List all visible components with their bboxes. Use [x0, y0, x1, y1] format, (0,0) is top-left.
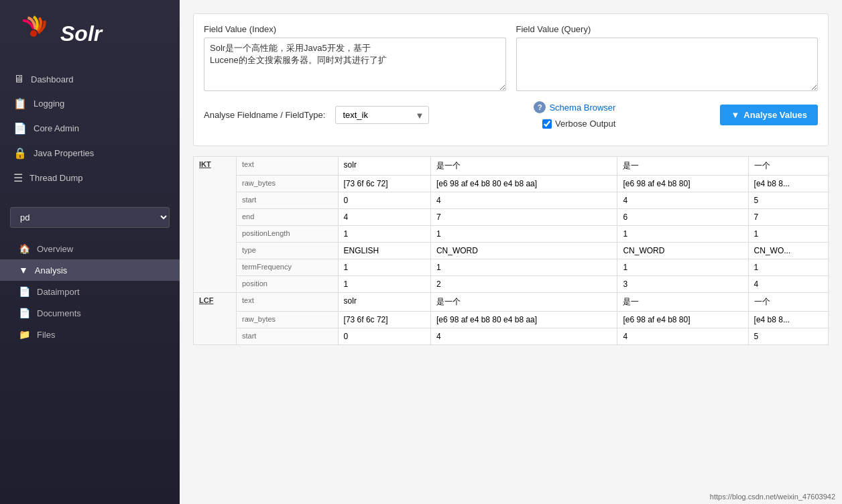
fieldtype-select[interactable]: text_ik	[335, 106, 429, 124]
prop-text-ikt: text	[236, 157, 338, 176]
cell-ikt-position-col4: 4	[748, 276, 828, 293]
cell-lcf-rawbytes-col3: [e6 98 af e4 b8 80]	[617, 312, 748, 328]
main-nav: 🖥 Dashboard 📋 Logging 📄 Core Admin 🔒 Jav…	[0, 60, 180, 197]
field-query-textarea[interactable]	[516, 38, 819, 91]
cell-ikt-rawbytes-col3: [e6 98 af e4 b8 80]	[617, 176, 748, 192]
sidebar-item-core-admin[interactable]: 📄 Core Admin	[0, 116, 180, 141]
sub-nav: 🏠 Overview ▼ Analysis 📄 Dataimport 📄 Doc…	[0, 238, 180, 345]
cell-ikt-rawbytes-col1: [73 6f 6c 72]	[338, 176, 430, 192]
cell-ikt-termfreq-col2: 1	[430, 259, 617, 276]
cell-lcf-start-col2: 4	[430, 328, 617, 345]
table-row: type ENGLISH CN_WORD CN_WORD CN_WO...	[194, 243, 829, 259]
prop-raw-bytes-ikt: raw_bytes	[236, 176, 338, 192]
field-index-label: Field Value (Index)	[204, 24, 506, 34]
sidebar-item-java-properties[interactable]: 🔒 Java Properties	[0, 141, 180, 166]
watermark: https://blog.csdn.net/weixin_47603942	[710, 493, 835, 501]
solr-logo-icon	[13, 13, 54, 54]
help-icon: ?	[534, 101, 546, 113]
sidebar: Solr 🖥 Dashboard 📋 Logging 📄 Core Admin …	[0, 0, 180, 504]
prop-end-ikt: end	[236, 209, 338, 226]
sidebar-item-analysis[interactable]: ▼ Analysis	[0, 259, 180, 281]
svg-point-0	[30, 30, 37, 37]
sidebar-item-logging-label: Logging	[34, 99, 64, 109]
filter-icon: ▼	[731, 110, 739, 120]
cell-ikt-start-col1: 0	[338, 192, 430, 209]
fieldtype-select-wrapper: text_ik ▼	[335, 106, 429, 124]
main-content: Field Value (Index) Solr是一个高性能，采用Java5开发…	[180, 0, 842, 504]
table-row: end 4 7 6 7	[194, 209, 829, 226]
cell-lcf-text-col1: solr	[338, 293, 430, 312]
cell-lcf-text-col3: 是一	[617, 293, 748, 312]
cell-lcf-rawbytes-col2: [e6 98 af e4 b8 80 e4 b8 aa]	[430, 312, 617, 328]
section-lcf-label: LCF	[194, 293, 237, 345]
field-row: Field Value (Index) Solr是一个高性能，采用Java5开发…	[204, 24, 818, 91]
analyse-row: Analyse Fieldname / FieldType: text_ik ▼…	[204, 101, 818, 129]
sidebar-item-files[interactable]: 📁 Files	[0, 324, 180, 345]
sidebar-item-overview-label: Overview	[37, 244, 73, 254]
cell-ikt-end-col4: 7	[748, 209, 828, 226]
cell-ikt-poslength-col3: 1	[617, 226, 748, 243]
prop-rawbytes-lcf: raw_bytes	[236, 312, 338, 328]
sidebar-item-documents[interactable]: 📄 Documents	[0, 302, 180, 324]
cell-ikt-type-col4: CN_WO...	[748, 243, 828, 259]
cell-ikt-termfreq-col1: 1	[338, 259, 430, 276]
cell-ikt-termfreq-col4: 1	[748, 259, 828, 276]
sidebar-item-documents-label: Documents	[37, 308, 81, 318]
field-index-group: Field Value (Index) Solr是一个高性能，采用Java5开发…	[204, 24, 506, 91]
table-row: termFrequency 1 1 1 1	[194, 259, 829, 276]
table-row: start 0 4 4 5	[194, 328, 829, 345]
core-select[interactable]: pd	[10, 207, 170, 228]
cell-lcf-start-col4: 5	[748, 328, 828, 345]
cell-ikt-start-col2: 4	[430, 192, 617, 209]
cell-ikt-rawbytes-col2: [e6 98 af e4 b8 80 e4 b8 aa]	[430, 176, 617, 192]
analyse-fieldname-label: Analyse Fieldname / FieldType:	[204, 110, 325, 120]
cell-ikt-position-col1: 1	[338, 276, 430, 293]
java-properties-icon: 🔒	[13, 147, 27, 160]
cell-lcf-start-col3: 4	[617, 328, 748, 345]
sidebar-item-core-admin-label: Core Admin	[34, 123, 79, 133]
documents-icon: 📄	[19, 308, 30, 318]
analyse-values-button[interactable]: ▼ Analyse Values	[720, 105, 818, 125]
cell-ikt-start-col4: 5	[748, 192, 828, 209]
logging-icon: 📋	[13, 97, 27, 110]
analyse-values-label: Analyse Values	[743, 110, 807, 120]
cell-ikt-type-col2: CN_WORD	[430, 243, 617, 259]
section-ikt-label: IKT	[194, 157, 237, 293]
sidebar-item-dataimport[interactable]: 📄 Dataimport	[0, 281, 180, 302]
sidebar-item-dashboard[interactable]: 🖥 Dashboard	[0, 67, 180, 91]
prop-start-ikt: start	[236, 192, 338, 209]
solr-brand-text: Solr	[60, 21, 102, 46]
sidebar-item-analysis-label: Analysis	[35, 265, 67, 275]
sidebar-item-thread-dump[interactable]: ☰ Thread Dump	[0, 166, 180, 190]
prop-poslength-ikt: positionLength	[236, 226, 338, 243]
schema-browser-link[interactable]: ? Schema Browser	[534, 101, 615, 113]
table-row: IKT text solr 是一个 是一 一个	[194, 157, 829, 176]
sidebar-item-overview[interactable]: 🏠 Overview	[0, 238, 180, 259]
cell-lcf-text-col4: 一个	[748, 293, 828, 312]
field-query-label: Field Value (Query)	[516, 24, 819, 34]
core-admin-icon: 📄	[13, 122, 27, 135]
prop-type-ikt: type	[236, 243, 338, 259]
files-icon: 📁	[19, 329, 30, 340]
cell-ikt-termfreq-col3: 1	[617, 259, 748, 276]
cell-ikt-poslength-col1: 1	[338, 226, 430, 243]
field-values-panel: Field Value (Index) Solr是一个高性能，采用Java5开发…	[193, 13, 829, 146]
cell-ikt-text-col2: 是一个	[430, 157, 617, 176]
dataimport-icon: 📄	[19, 286, 30, 297]
field-index-textarea[interactable]: Solr是一个高性能，采用Java5开发，基于 Lucene的全文搜索服务器。同…	[204, 38, 506, 91]
table-row: LCF text solr 是一个 是一 一个	[194, 293, 829, 312]
table-row: positionLength 1 1 1 1	[194, 226, 829, 243]
analysis-icon: ▼	[19, 265, 28, 275]
cell-ikt-poslength-col2: 1	[430, 226, 617, 243]
result-table: IKT text solr 是一个 是一 一个 raw_bytes [73 6f…	[193, 156, 829, 345]
table-row: raw_bytes [73 6f 6c 72] [e6 98 af e4 b8 …	[194, 312, 829, 328]
cell-ikt-type-col3: CN_WORD	[617, 243, 748, 259]
schema-browser-label: Schema Browser	[549, 103, 615, 113]
cell-ikt-poslength-col4: 1	[748, 226, 828, 243]
verbose-output-checkbox[interactable]	[542, 119, 552, 129]
cell-lcf-rawbytes-col1: [73 6f 6c 72]	[338, 312, 430, 328]
cell-lcf-text-col2: 是一个	[430, 293, 617, 312]
table-row: start 0 4 4 5	[194, 192, 829, 209]
sidebar-item-logging[interactable]: 📋 Logging	[0, 91, 180, 116]
cell-lcf-start-col1: 0	[338, 328, 430, 345]
